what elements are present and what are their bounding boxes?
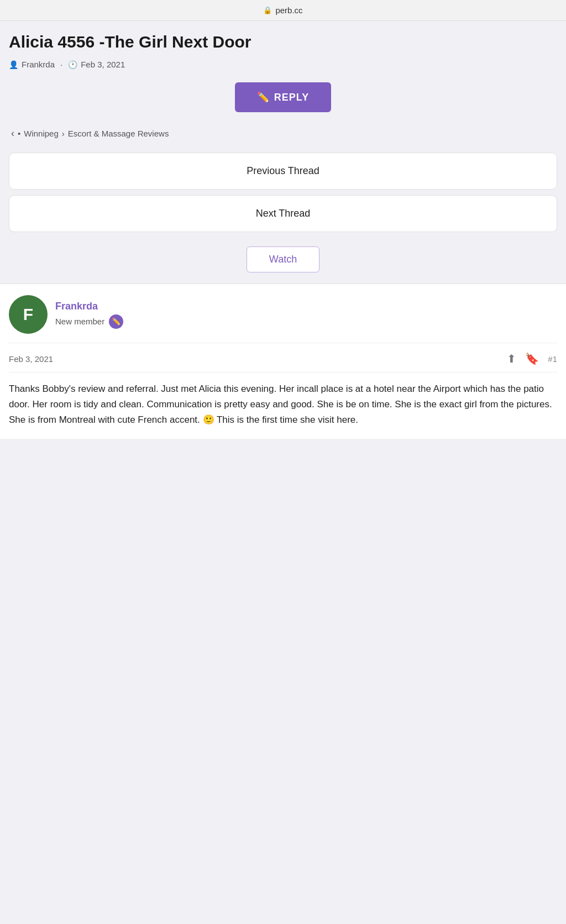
reply-button[interactable]: ✏️ REPLY (235, 82, 331, 112)
post-number: #1 (548, 354, 557, 364)
clock-icon: 🕐 (68, 60, 77, 69)
lock-icon: 🔒 (263, 6, 272, 14)
post-card: F Frankrda New member ✏️ Feb 3, 2021 ⬆ 🔖… (0, 284, 566, 439)
breadcrumb: ‹ • Winnipeg › Escort & Massage Reviews (9, 128, 557, 139)
breadcrumb-dot: • (18, 129, 20, 138)
role-badge-icon: ✏️ (109, 314, 123, 329)
meta-separator: · (60, 60, 62, 69)
chevron-left-icon: ‹ (11, 128, 14, 139)
next-thread-button[interactable]: Next Thread (9, 195, 557, 232)
watch-label: Watch (269, 254, 297, 265)
badge-icon: ✏️ (112, 317, 120, 326)
meta-author: Frankrda (22, 60, 55, 69)
post-author-header: F Frankrda New member ✏️ (9, 295, 557, 343)
author-role-row: New member ✏️ (55, 314, 123, 329)
previous-thread-button[interactable]: Previous Thread (9, 153, 557, 190)
breadcrumb-section[interactable]: Escort & Massage Reviews (68, 129, 169, 138)
breadcrumb-arrow: › (62, 129, 65, 138)
watch-button[interactable]: Watch (247, 246, 319, 272)
post-title: Alicia 4556 -The Girl Next Door (9, 32, 557, 52)
url-text: perb.cc (275, 6, 302, 15)
next-thread-label: Next Thread (256, 208, 311, 219)
meta-date: Feb 3, 2021 (81, 60, 125, 69)
previous-thread-label: Previous Thread (247, 165, 319, 176)
author-info: Frankrda New member ✏️ (55, 301, 123, 329)
thread-navigation: Previous Thread Next Thread (9, 153, 557, 232)
post-body: Thanks Bobby's review and referral. Just… (9, 381, 557, 428)
author-role: New member (55, 317, 104, 326)
post-meta: 👤 Frankrda · 🕐 Feb 3, 2021 (9, 60, 557, 69)
page-content: Alicia 4556 -The Girl Next Door 👤 Frankr… (0, 21, 566, 284)
avatar: F (9, 295, 48, 334)
pencil-icon: ✏️ (257, 91, 270, 103)
post-actions: ⬆ 🔖 #1 (507, 352, 557, 365)
share-icon[interactable]: ⬆ (507, 352, 516, 365)
breadcrumb-location[interactable]: Winnipeg (24, 129, 59, 138)
reply-label: REPLY (274, 92, 309, 103)
author-name[interactable]: Frankrda (55, 301, 123, 312)
watch-btn-container: Watch (9, 238, 557, 284)
post-meta-row: Feb 3, 2021 ⬆ 🔖 #1 (9, 352, 557, 372)
post-date: Feb 3, 2021 (9, 354, 53, 364)
user-icon: 👤 (9, 60, 18, 69)
avatar-initial: F (23, 305, 33, 324)
bookmark-icon[interactable]: 🔖 (525, 352, 539, 365)
address-bar: 🔒 perb.cc (0, 0, 566, 21)
reply-btn-container: ✏️ REPLY (9, 82, 557, 112)
